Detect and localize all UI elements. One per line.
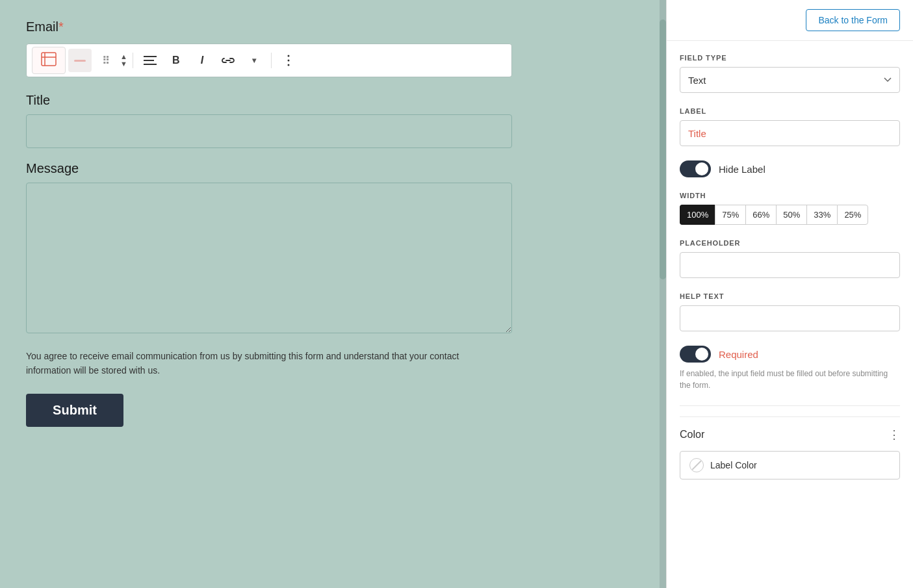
width-66[interactable]: 66% [745,205,776,225]
scrollbar[interactable] [660,0,666,588]
separator-1 [133,53,133,68]
drag-handle-button[interactable]: ⠿ [94,49,118,72]
label-color-row[interactable]: Label Color [680,451,900,479]
hide-label-text: Hide Label [719,164,765,175]
color-section-header: Color ⋮ [680,416,900,451]
label-group: LABEL [680,107,900,146]
more-options-button[interactable] [277,49,300,72]
title-field-section: Title [26,93,640,148]
width-75[interactable]: 75% [715,205,745,225]
scroll-thumb[interactable] [660,19,666,279]
message-field-label: Message [26,161,640,176]
field-type-label: FIELD TYPE [680,54,900,62]
title-field-label: Title [26,93,640,108]
hide-label-row: Hide Label [680,160,900,177]
label-color-swatch [689,458,704,472]
placeholder-group: PLACEHOLDER [680,239,900,278]
consent-text: You agree to receive email communication… [26,349,481,378]
separator-2 [271,53,272,68]
label-field-label: LABEL [680,107,900,115]
back-to-form-button[interactable]: Back to the Form [806,9,900,31]
bold-icon: B [172,55,180,66]
color-section-title: Color [680,429,704,441]
form-icon [41,52,57,70]
required-label-text: Required [719,349,758,360]
message-field-section: Message [26,161,640,336]
required-star: * [58,19,64,34]
minus-button[interactable] [68,49,92,72]
help-text-input[interactable] [680,305,900,331]
field-type-group: FIELD TYPE Text Email Number Textarea Ch… [680,54,900,93]
email-field-label: Email* [26,19,640,34]
settings-header: Back to the Form [667,0,913,41]
field-toolbar: ⠿ ▲ ▼ B I ▾ [26,44,512,77]
chevron-down-icon[interactable]: ▼ [120,60,127,68]
placeholder-label: PLACEHOLDER [680,239,900,247]
settings-content: FIELD TYPE Text Email Number Textarea Ch… [667,41,913,492]
width-selector: 100% 75% 66% 50% 33% 25% [680,205,900,225]
link-chevron-button[interactable]: ▾ [242,49,266,72]
help-text-label: HELP TEXT [680,292,900,300]
required-toggle[interactable] [680,346,711,363]
svg-point-6 [287,55,289,57]
label-color-text: Label Color [710,460,757,470]
svg-point-8 [287,64,289,66]
message-textarea[interactable] [26,183,512,333]
reorder-chevrons: ▲ ▼ [120,53,127,68]
required-help-note: If enabled, the input field must be fill… [680,368,900,391]
width-100[interactable]: 100% [680,205,715,225]
chevron-down-small-icon: ▾ [252,56,256,65]
email-label-text: Email [26,19,58,34]
width-25[interactable]: 25% [837,205,868,225]
label-input[interactable] [680,120,900,146]
color-more-button[interactable]: ⋮ [888,428,900,442]
field-type-select[interactable]: Text Email Number Textarea Checkbox Sele… [680,67,900,93]
link-button[interactable] [216,49,240,72]
drag-icon: ⠿ [102,55,110,67]
placeholder-input[interactable] [680,252,900,278]
bold-button[interactable]: B [164,49,188,72]
svg-rect-0 [42,53,56,66]
settings-panel: Back to the Form FIELD TYPE Text Email N… [666,0,913,588]
section-divider [680,405,900,406]
required-row: Required [680,346,900,363]
svg-point-7 [287,60,289,62]
minus-icon [74,60,86,62]
submit-button[interactable]: Submit [26,394,123,427]
italic-icon: I [201,55,203,66]
hide-label-toggle[interactable] [680,160,711,177]
width-33[interactable]: 33% [806,205,837,225]
width-50[interactable]: 50% [776,205,806,225]
italic-button[interactable]: I [190,49,214,72]
title-input[interactable] [26,114,512,148]
align-button[interactable] [138,49,162,72]
width-group: WIDTH 100% 75% 66% 50% 33% 25% [680,192,900,225]
help-text-group: HELP TEXT [680,292,900,331]
form-preview-panel: Email* ⠿ ▲ ▼ [0,0,666,588]
width-label: WIDTH [680,192,900,199]
form-icon-button[interactable] [32,47,66,74]
